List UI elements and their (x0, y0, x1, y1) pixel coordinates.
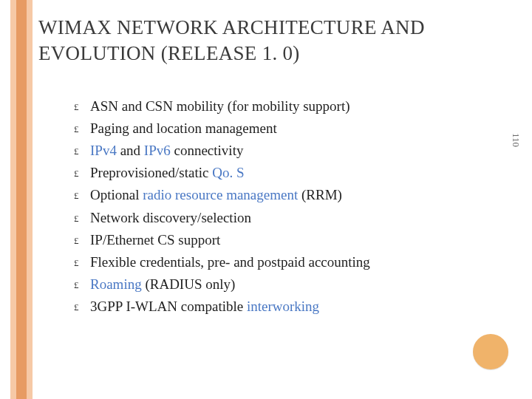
text-run: Paging and location management (90, 120, 277, 136)
text-run: (RRM) (298, 187, 342, 202)
list-item-text: Optional radio resource management (RRM) (90, 185, 488, 205)
list-item: £3GPP I-WLAN compatible interworking (74, 296, 488, 317)
page-number: 110 (510, 133, 522, 147)
text-run: 3GPP I-WLAN compatible (90, 299, 247, 314)
hyperlink-text[interactable]: interworking (247, 299, 319, 314)
text-run: Flexible credentials, pre- and postpaid … (90, 254, 370, 270)
list-item: £IPv4 and IPv6 connectivity (74, 140, 488, 161)
text-run: Preprovisioned/static (90, 165, 212, 180)
list-item-text: Network discovery/selection (90, 208, 488, 228)
list-item: £Network discovery/selection (74, 208, 488, 228)
slide-title: WIMAX NETWORK ARCHITECTURE AND EVOLUTION… (38, 15, 511, 66)
bullet-icon: £ (74, 300, 90, 314)
bullet-icon: £ (74, 166, 90, 180)
list-item: £Flexible credentials, pre- and postpaid… (74, 252, 488, 273)
hyperlink-text[interactable]: IPv6 (144, 143, 171, 158)
bullet-icon: £ (74, 122, 90, 136)
text-run: connectivity (171, 143, 244, 158)
list-item-text: Preprovisioned/static Qo. S (90, 163, 488, 183)
list-item-text: Paging and location management (90, 118, 488, 139)
hyperlink-text[interactable]: IPv4 (90, 143, 117, 158)
bullet-icon: £ (74, 211, 90, 225)
text-run: IP/Ethernet CS support (90, 232, 220, 248)
list-item: £ASN and CSN mobility (for mobility supp… (74, 96, 488, 117)
hyperlink-text[interactable]: Qo. S (212, 165, 244, 180)
bullet-icon: £ (74, 278, 90, 292)
list-item: £Preprovisioned/static Qo. S (74, 163, 488, 183)
text-run: Network discovery/selection (90, 210, 251, 225)
hyperlink-text[interactable]: radio resource management (143, 187, 298, 202)
accent-stripe-inner (16, 0, 27, 399)
text-run: and (117, 143, 144, 158)
list-item: £IP/Ethernet CS support (74, 230, 488, 250)
list-item-text: Roaming (RADIUS only) (90, 274, 488, 295)
list-item-text: ASN and CSN mobility (for mobility suppo… (90, 96, 488, 117)
bullet-icon: £ (74, 144, 90, 158)
text-run: ASN and CSN mobility (for mobility suppo… (90, 98, 350, 114)
list-item-text: Flexible credentials, pre- and postpaid … (90, 252, 488, 273)
list-item-text: IP/Ethernet CS support (90, 230, 488, 250)
text-run: Optional (90, 187, 143, 202)
bullet-icon: £ (74, 188, 90, 202)
text-run: (RADIUS only) (142, 276, 236, 292)
list-item: £Roaming (RADIUS only) (74, 274, 488, 295)
bullet-icon: £ (74, 233, 90, 248)
bullet-icon: £ (74, 100, 90, 114)
list-item-text: 3GPP I-WLAN compatible interworking (90, 296, 488, 317)
list-item-text: IPv4 and IPv6 connectivity (90, 140, 488, 161)
list-item: £Paging and location management (74, 118, 488, 139)
bullet-icon: £ (74, 256, 90, 270)
decorative-circle-icon (473, 334, 508, 369)
bullet-list: £ASN and CSN mobility (for mobility supp… (74, 96, 488, 318)
list-item: £Optional radio resource management (RRM… (74, 185, 488, 205)
hyperlink-text[interactable]: Roaming (90, 276, 142, 292)
